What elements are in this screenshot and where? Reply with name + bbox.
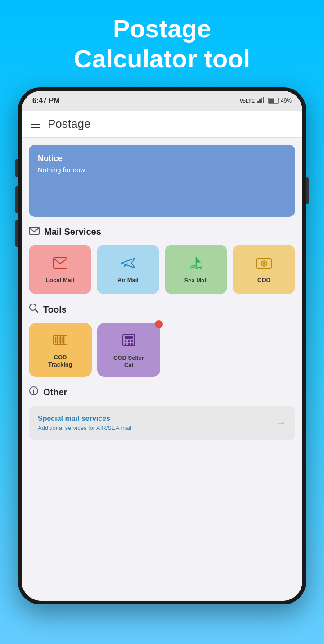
- cod-icon: [256, 258, 272, 272]
- phone-screen: 6:47 PM VoLTE: [22, 91, 302, 601]
- local-mail-label: Local Mail: [46, 277, 74, 284]
- air-mail-card[interactable]: Air Mail: [97, 245, 159, 294]
- power-button: [306, 177, 309, 204]
- local-mail-card[interactable]: Local Mail: [29, 245, 91, 294]
- svg-rect-25: [125, 343, 126, 345]
- app-header-title: Postage: [48, 117, 90, 131]
- service-grid: Local Mail Air Mail: [29, 245, 295, 294]
- main-content: Notice Nothing for now Mail Services: [22, 138, 302, 601]
- tools-icon: [29, 303, 39, 316]
- air-mail-icon: [121, 257, 136, 272]
- svg-rect-21: [125, 336, 133, 339]
- svg-point-11: [263, 262, 266, 265]
- svg-rect-0: [257, 101, 259, 103]
- cod-tracking-card[interactable]: COD Tracking: [29, 323, 92, 377]
- cod-tracking-label: COD Tracking: [48, 354, 72, 368]
- special-mail-card[interactable]: Special mail services Additional service…: [29, 406, 295, 440]
- volume-up-button: [15, 186, 18, 213]
- svg-rect-2: [261, 98, 262, 103]
- notice-title: Notice: [38, 154, 286, 163]
- svg-rect-26: [128, 343, 130, 345]
- special-mail-text: Special mail services Additional service…: [38, 415, 131, 431]
- mail-services-header: Mail Services: [29, 226, 295, 237]
- other-title: Other: [43, 387, 67, 398]
- other-header: Other: [29, 386, 295, 398]
- sea-mail-icon: [189, 257, 203, 273]
- silent-button: [15, 159, 18, 177]
- volte-icon: VoLTE: [240, 98, 255, 103]
- svg-rect-6: [269, 99, 274, 103]
- svg-rect-22: [125, 340, 126, 342]
- svg-rect-1: [259, 99, 261, 103]
- sea-mail-card[interactable]: Sea Mail: [165, 245, 227, 294]
- other-icon: [29, 386, 39, 398]
- cod-card[interactable]: COD: [233, 245, 295, 294]
- local-mail-icon: [53, 257, 68, 272]
- svg-rect-5: [279, 99, 279, 102]
- special-mail-title: Special mail services: [38, 415, 131, 423]
- cod-label: COD: [257, 277, 270, 284]
- svg-point-29: [33, 389, 34, 389]
- phone-frame: 6:47 PM VoLTE: [18, 87, 306, 604]
- notice-card: Notice Nothing for now: [29, 145, 295, 217]
- svg-rect-7: [29, 227, 39, 234]
- mail-services-icon: [29, 226, 40, 237]
- mail-services-title: Mail Services: [44, 227, 101, 237]
- air-mail-label: Air Mail: [117, 277, 139, 284]
- tools-grid: COD Tracking: [29, 323, 295, 377]
- menu-button[interactable]: [31, 121, 40, 128]
- notice-text: Nothing for now: [38, 166, 286, 174]
- volume-down-button: [15, 220, 18, 247]
- cod-seller-cal-icon: [122, 333, 135, 350]
- status-time: 6:47 PM: [32, 97, 59, 105]
- svg-rect-3: [263, 97, 264, 103]
- app-header: Postage: [22, 111, 302, 138]
- sea-mail-label: Sea Mail: [184, 277, 207, 284]
- signal-icon: [257, 97, 266, 105]
- status-icons: VoLTE 49%: [240, 97, 292, 105]
- cod-seller-cal-label: COD Seller Cal: [113, 354, 144, 368]
- cod-seller-cal-card[interactable]: COD Seller Cal: [97, 323, 160, 377]
- svg-rect-27: [131, 343, 133, 345]
- tools-title: Tools: [43, 304, 67, 315]
- svg-rect-24: [131, 340, 133, 342]
- special-mail-subtitle: Additional services for AIR/SEA mail: [38, 425, 131, 431]
- tools-header: Tools: [29, 303, 295, 316]
- app-title: Postage Calculator tool: [56, 13, 268, 74]
- svg-rect-23: [128, 340, 130, 342]
- status-bar: 6:47 PM VoLTE: [22, 91, 302, 111]
- arrow-right-icon: →: [275, 417, 286, 429]
- cod-tracking-icon: [53, 334, 68, 349]
- battery-icon: 49%: [268, 98, 292, 104]
- notification-dot: [155, 320, 163, 328]
